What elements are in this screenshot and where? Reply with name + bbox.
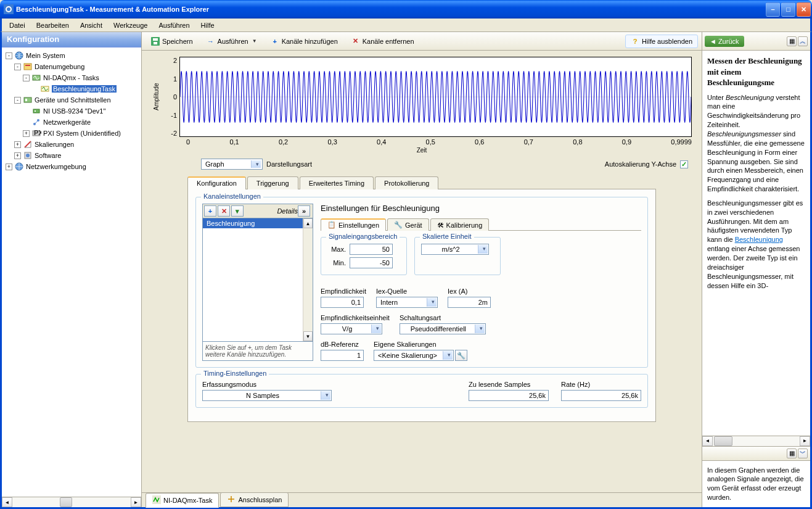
- channel-vscroll[interactable]: ▲ ▼: [303, 218, 313, 341]
- tree-expander[interactable]: +: [14, 152, 21, 159]
- channel-item[interactable]: Beschleunigung: [203, 218, 313, 228]
- display-type-label: Darstellungsart: [266, 160, 312, 168]
- tree-label: Software: [35, 152, 61, 159]
- run-icon: →: [207, 37, 215, 46]
- help2-tool-icon[interactable]: ▦: [787, 449, 797, 458]
- subtab-calib[interactable]: 🛠 Kalibrierung: [430, 218, 490, 231]
- tree-expander[interactable]: -: [14, 64, 21, 70]
- iex-label: Iex (A): [448, 288, 491, 295]
- max-input[interactable]: [350, 244, 393, 255]
- channel-list[interactable]: Beschleunigung ▲ ▼: [202, 218, 313, 342]
- tab-trigger[interactable]: Triggerung: [247, 176, 298, 189]
- tab-config[interactable]: Konfiguration: [187, 176, 246, 189]
- subtab-settings[interactable]: 📋 Einstellungen: [321, 218, 386, 231]
- chart-yaxis: 210-1-2: [161, 57, 179, 137]
- scale-icon: [23, 139, 33, 149]
- tree-item[interactable]: -Datenumgebung: [3, 61, 140, 72]
- menu-item[interactable]: Hilfe: [196, 20, 219, 30]
- help-hscroll[interactable]: ◄ ►: [702, 436, 810, 446]
- settings-pane: Einstellungen für Beschleunigung 📋 Einst…: [321, 204, 641, 361]
- tab-timing[interactable]: Erweitertes Timing: [300, 176, 374, 189]
- display-type-select[interactable]: Graph: [201, 159, 263, 170]
- chart-plot[interactable]: [179, 57, 692, 137]
- run-button[interactable]: → Ausführen ▼: [201, 35, 263, 48]
- tree-label: NI USB-9234 "Dev1": [43, 107, 105, 115]
- tree-expander[interactable]: +: [14, 141, 21, 148]
- close-button[interactable]: ✕: [797, 2, 811, 17]
- maximize-button[interactable]: □: [781, 2, 795, 17]
- tree-item[interactable]: BeschleunigungTask: [3, 83, 140, 94]
- menu-item[interactable]: Ansicht: [75, 20, 107, 30]
- app-icon: [4, 4, 14, 14]
- remove-channel-icon[interactable]: ✕: [218, 205, 230, 217]
- tree-item[interactable]: -Geräte und Schnittstellen: [3, 94, 140, 106]
- svg-rect-5: [25, 65, 30, 66]
- tree-item[interactable]: +Software: [3, 150, 140, 161]
- min-input[interactable]: [350, 257, 393, 268]
- hide-help-button[interactable]: ? Hilfe ausblenden: [625, 35, 698, 48]
- tree-item[interactable]: NI USB-9234 "Dev1": [3, 106, 140, 117]
- custscale-select[interactable]: <Keine Skalierung>: [374, 350, 454, 361]
- subtab-device[interactable]: 🔧 Gerät: [387, 218, 429, 231]
- minimize-button[interactable]: –: [766, 2, 780, 17]
- svg-point-18: [26, 154, 30, 157]
- iex-input[interactable]: [448, 297, 491, 308]
- netenv-icon: [14, 162, 24, 172]
- device-tab-icon: 🔧: [394, 221, 403, 229]
- help-para-1: Unter Beschleunigung versteht man eine G…: [707, 93, 805, 194]
- add-channels-button[interactable]: + Kanäle hinzufügen: [265, 35, 343, 48]
- tree-item[interactable]: Netzwerkgeräte: [3, 117, 140, 128]
- sens-input[interactable]: [321, 297, 364, 308]
- help2-collapse-icon[interactable]: ︾: [798, 449, 808, 458]
- config-tree[interactable]: -Mein System-Datenumgebung-NI-DAQmx - Ta…: [2, 48, 141, 497]
- tree-expander[interactable]: -: [6, 52, 12, 59]
- dbref-input[interactable]: [321, 350, 364, 361]
- help-body: Messen der Beschleunigung mit einem Besc…: [702, 51, 810, 436]
- menu-item[interactable]: Werkzeuge: [109, 20, 152, 30]
- help-collapse-icon[interactable]: ︽: [798, 36, 808, 46]
- iexsrc-select[interactable]: Intern: [376, 297, 438, 308]
- rate-input[interactable]: [561, 390, 641, 401]
- chart-xaxis: 00,10,20,30,40,50,60,70,80,90,9999: [186, 137, 692, 146]
- help-para-2: Beschleunigungsmesser gibt es in zwei ve…: [707, 199, 805, 290]
- task-tab-icon: [152, 495, 161, 505]
- tree-expander[interactable]: +: [23, 130, 30, 137]
- mode-label: Erfassungsmodus: [202, 381, 456, 388]
- term-select[interactable]: Pseudodifferentiell: [400, 323, 486, 334]
- details-expand-icon[interactable]: »: [298, 205, 310, 217]
- settings-title: Einstellungen für Beschleunigung: [321, 204, 641, 213]
- samples-input[interactable]: [469, 390, 549, 401]
- menu-item[interactable]: Bearbeiten: [31, 20, 74, 30]
- max-label: Max.: [327, 246, 346, 253]
- bottom-tab-conn[interactable]: Anschlussplan: [220, 492, 289, 507]
- sensunit-select[interactable]: V/g: [321, 323, 382, 334]
- remove-channels-button[interactable]: ✕ Kanäle entfernen: [346, 35, 420, 48]
- svg-rect-10: [33, 109, 39, 113]
- custscale-wrench-icon[interactable]: 🔧: [455, 350, 467, 361]
- unit-select[interactable]: m/s^2: [421, 244, 489, 255]
- help-back-button[interactable]: ◄ Zurück: [705, 36, 744, 47]
- tree-item[interactable]: +Skalierungen: [3, 139, 140, 150]
- tree-expander[interactable]: -: [14, 97, 21, 104]
- help-link[interactable]: Beschleunigung: [735, 236, 783, 243]
- autoscale-checkbox[interactable]: ✓: [680, 160, 688, 168]
- samples-label: Zu lesende Samples: [469, 381, 549, 388]
- tree-item[interactable]: -Mein System: [3, 50, 140, 61]
- mode-select[interactable]: N Samples: [202, 390, 332, 401]
- tab-log[interactable]: Protokollierung: [375, 176, 438, 189]
- tree-expander[interactable]: +: [6, 163, 12, 170]
- bottom-tab-task[interactable]: NI-DAQmx-Task: [146, 493, 219, 508]
- save-button[interactable]: Speichern: [146, 35, 199, 48]
- config-tabs: Konfiguration Triggerung Erweitertes Tim…: [187, 176, 656, 189]
- tree-item[interactable]: +PXIPXI System (Unidentified): [3, 128, 140, 139]
- svg-rect-4: [24, 64, 31, 70]
- tree-expander[interactable]: -: [23, 75, 30, 81]
- tree-item[interactable]: -NI-DAQmx - Tasks: [3, 72, 140, 83]
- tree-hscroll[interactable]: ◄►: [2, 497, 141, 507]
- menu-item[interactable]: Datei: [4, 20, 30, 30]
- channel-options-icon[interactable]: ▾: [231, 205, 244, 217]
- add-channel-icon[interactable]: +: [204, 205, 216, 217]
- menu-item[interactable]: Ausführen: [154, 20, 194, 30]
- help-tool-icon[interactable]: ▦: [787, 36, 797, 46]
- tree-item[interactable]: +Netzwerkumgebung: [3, 161, 140, 172]
